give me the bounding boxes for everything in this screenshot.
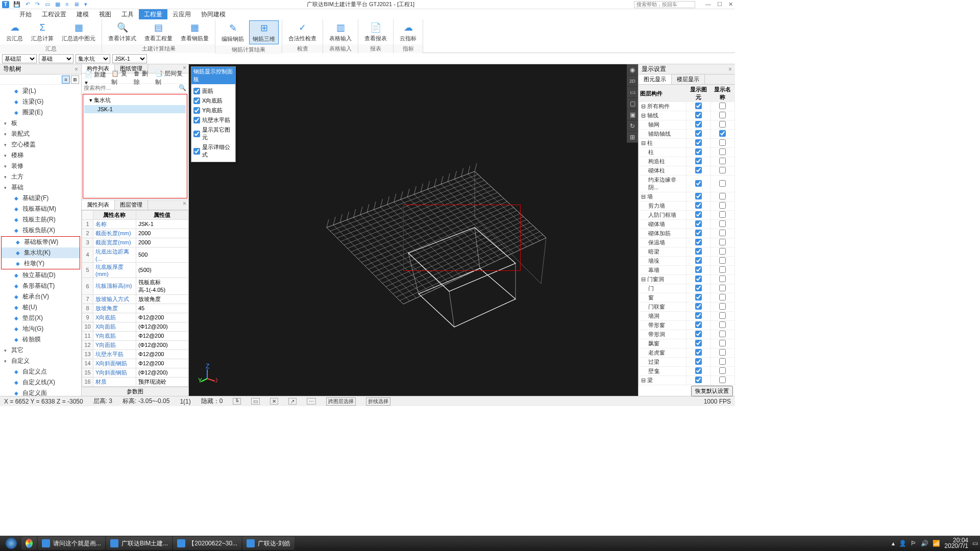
show-name-checkbox[interactable] bbox=[719, 121, 726, 128]
show-element-checkbox[interactable] bbox=[695, 211, 702, 218]
property-close-icon[interactable]: × bbox=[181, 200, 188, 210]
ribbon-查看工程量[interactable]: ▤查看工程量 bbox=[141, 20, 176, 43]
nav-item[interactable]: ◆地沟(G) bbox=[0, 323, 81, 334]
layer-row[interactable]: 轴网 bbox=[639, 120, 687, 130]
show-element-checkbox[interactable] bbox=[695, 167, 702, 173]
nav-group[interactable]: ▾楼梯 bbox=[0, 150, 81, 161]
vp-rotate-icon[interactable]: ↻ bbox=[627, 120, 638, 132]
show-name-checkbox[interactable] bbox=[719, 358, 726, 365]
cross-layer-select[interactable]: 跨图层选择 bbox=[326, 397, 356, 406]
show-name-checkbox[interactable] bbox=[719, 148, 726, 155]
prop-value[interactable]: (500) bbox=[136, 262, 188, 278]
layer-row[interactable]: 门 bbox=[639, 284, 687, 293]
layer-row[interactable]: ⊟ 所有构件 bbox=[639, 102, 687, 111]
layer-row[interactable]: ⊟ 墙 bbox=[639, 192, 687, 202]
nav-item[interactable]: ◆基础板带(W) bbox=[2, 237, 80, 247]
layer-row[interactable]: ⊟ 门窗洞 bbox=[639, 275, 687, 284]
show-name-checkbox[interactable] bbox=[719, 377, 726, 383]
show-element-checkbox[interactable] bbox=[695, 367, 702, 374]
show-name-checkbox[interactable] bbox=[719, 303, 726, 310]
nav-item[interactable]: ◆垫层(X) bbox=[0, 313, 81, 323]
menu-tab-6[interactable]: 云应用 bbox=[167, 9, 196, 19]
show-element-checkbox[interactable] bbox=[695, 103, 702, 109]
nav-group[interactable]: ▾其它 bbox=[0, 345, 81, 356]
show-name-checkbox[interactable] bbox=[719, 257, 726, 264]
nav-item[interactable]: ◆筏板负筋(X) bbox=[0, 225, 81, 236]
layer-row[interactable]: 门联窗 bbox=[639, 303, 687, 312]
nav-group[interactable]: ▾装修 bbox=[0, 161, 81, 171]
component-item[interactable]: JSK-1 bbox=[84, 105, 186, 113]
ribbon-编辑钢筋[interactable]: ✎编辑钢筋 bbox=[218, 21, 247, 44]
vp-orbit-icon[interactable]: ◉ bbox=[627, 64, 638, 76]
show-element-checkbox[interactable] bbox=[695, 276, 702, 282]
polyline-select[interactable]: 折线选择 bbox=[366, 397, 390, 406]
show-element-checkbox[interactable] bbox=[695, 193, 702, 199]
nav-item[interactable]: ◆连梁(G) bbox=[0, 96, 81, 107]
qat-region-icon[interactable]: ▭ bbox=[45, 1, 50, 8]
maximize-button[interactable]: ☐ bbox=[717, 1, 722, 8]
show-element-checkbox[interactable] bbox=[695, 303, 702, 310]
qat-print-icon[interactable]: 🖥 bbox=[74, 1, 79, 8]
prop-value[interactable]: 500 bbox=[136, 247, 188, 262]
prop-value[interactable]: Φ12@200 bbox=[136, 331, 188, 340]
show-element-checkbox[interactable] bbox=[695, 130, 702, 137]
display-settings-close-icon[interactable]: × bbox=[728, 66, 732, 73]
show-element-checkbox[interactable] bbox=[695, 158, 702, 164]
ribbon-表格输入[interactable]: ▥表格输入 bbox=[326, 20, 355, 43]
component-search-input[interactable] bbox=[84, 85, 179, 91]
nav-tree-close-icon[interactable]: × bbox=[75, 66, 78, 73]
prop-value[interactable]: Φ12@200 bbox=[136, 349, 188, 359]
layer-row[interactable]: ⊟ 梁 bbox=[639, 376, 687, 385]
prop-value[interactable]: 筏板底标高-1(-4.05) bbox=[136, 278, 188, 294]
show-name-checkbox[interactable] bbox=[719, 285, 726, 291]
nav-item[interactable]: ◆桩承台(V) bbox=[0, 291, 81, 302]
nav-item[interactable]: ◆圈梁(E) bbox=[0, 107, 81, 118]
layer-row[interactable]: 墙洞 bbox=[639, 312, 687, 321]
show-element-checkbox[interactable] bbox=[695, 349, 702, 356]
qat-undo-icon[interactable]: ↶ bbox=[26, 1, 30, 8]
layer-row[interactable]: 墙垛 bbox=[639, 257, 687, 266]
nav-item[interactable]: ◆筏板主筋(R) bbox=[0, 214, 81, 225]
nav-item[interactable]: ◆自定义面 bbox=[0, 388, 81, 396]
nav-item[interactable]: ◆自定义线(X) bbox=[0, 377, 81, 388]
prop-value[interactable]: 2000 bbox=[136, 238, 188, 247]
show-element-checkbox[interactable] bbox=[695, 112, 702, 118]
layer-row[interactable]: 老虎窗 bbox=[639, 348, 687, 358]
tab-property-list[interactable]: 属性列表 bbox=[82, 200, 115, 210]
tab-floor-display[interactable]: 楼层显示 bbox=[672, 74, 705, 84]
show-element-checkbox[interactable] bbox=[695, 294, 702, 300]
property-footer[interactable]: 参数图 bbox=[82, 387, 188, 396]
layer-row[interactable]: 约束边缘非阴... bbox=[639, 176, 687, 192]
show-name-checkbox[interactable] bbox=[719, 248, 726, 255]
show-element-checkbox[interactable] bbox=[695, 266, 702, 273]
show-element-checkbox[interactable] bbox=[695, 230, 702, 236]
menu-tab-4[interactable]: 工具 bbox=[116, 9, 139, 19]
vp-section-icon[interactable]: ▭ bbox=[627, 87, 638, 98]
layer-row[interactable]: 带形窗 bbox=[639, 321, 687, 330]
prop-value[interactable]: Φ12@200 bbox=[136, 359, 188, 368]
layer-row[interactable]: ⊟ 轴线 bbox=[639, 111, 687, 120]
show-element-checkbox[interactable] bbox=[695, 358, 702, 365]
vp-grid-icon[interactable]: ⊞ bbox=[627, 132, 638, 143]
prop-value[interactable]: (Φ12@200) bbox=[136, 322, 188, 331]
nav-group[interactable]: ▾基础 bbox=[0, 182, 81, 193]
nav-item[interactable]: ◆独立基础(D) bbox=[0, 270, 81, 281]
show-element-checkbox[interactable] bbox=[695, 180, 702, 187]
show-name-checkbox[interactable] bbox=[719, 193, 726, 199]
show-name-checkbox[interactable] bbox=[719, 202, 726, 209]
component-group[interactable]: ▾ 集水坑 bbox=[84, 95, 186, 105]
minimize-button[interactable]: — bbox=[705, 1, 711, 8]
layer-row[interactable]: 人防门框墙 bbox=[639, 211, 687, 220]
layer-row[interactable]: 幕墙 bbox=[639, 266, 687, 275]
ribbon-汇总选中图元[interactable]: ▦汇总选中图元 bbox=[59, 20, 99, 43]
qat-redo-icon[interactable]: ↷ bbox=[35, 1, 40, 8]
show-name-checkbox[interactable] bbox=[719, 139, 726, 146]
layer-row[interactable]: 砌体墙 bbox=[639, 220, 687, 229]
layer-row[interactable]: 构造柱 bbox=[639, 157, 687, 166]
show-element-checkbox[interactable] bbox=[695, 257, 702, 264]
nav-item[interactable]: ◆筏板基础(M) bbox=[0, 204, 81, 214]
menu-tab-5[interactable]: 工程量 bbox=[139, 9, 167, 19]
menu-tab-1[interactable]: 工程设置 bbox=[37, 9, 71, 19]
menu-tab-2[interactable]: 建模 bbox=[71, 9, 94, 19]
ribbon-云指标[interactable]: ☁云指标 bbox=[397, 20, 420, 43]
